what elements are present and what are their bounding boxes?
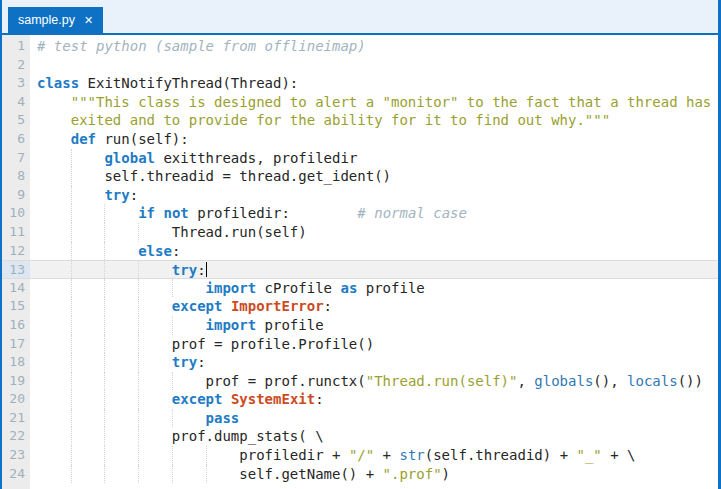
line-content[interactable]: def run(self): [30, 130, 718, 149]
line-number[interactable]: 20 [2, 390, 30, 409]
code-token [37, 94, 71, 110]
indent-guide-line [104, 242, 105, 261]
indent-guide-line [104, 390, 105, 409]
line-content[interactable]: try: [30, 186, 718, 205]
code-token: "/" [349, 447, 374, 463]
code-line[interactable]: 1# test python (sample from offlineimap) [2, 37, 718, 56]
indent-guide-line [104, 465, 105, 484]
line-content[interactable]: import profile [30, 316, 718, 335]
line-number[interactable]: 21 [2, 409, 30, 428]
line-number[interactable]: 1 [2, 37, 30, 56]
code-line[interactable]: 4 """This class is designed to alert a "… [2, 93, 718, 112]
line-number[interactable]: 14 [2, 279, 30, 298]
line-number[interactable]: 6 [2, 130, 30, 149]
line-number[interactable]: 2 [2, 56, 30, 75]
line-content[interactable]: try: [30, 353, 718, 372]
indent-guide-line [172, 446, 173, 465]
indent-guide-line [138, 261, 139, 278]
code-line[interactable]: 19 prof = prof.runctx("Thread.run(self)"… [2, 372, 718, 391]
code-line[interactable]: 5 exited and to provide for the ability … [2, 111, 718, 130]
line-content[interactable]: Thread.run(self) [30, 223, 718, 242]
line-content[interactable]: except ImportError: [30, 297, 718, 316]
line-content[interactable]: exited and to provide for the ability fo… [30, 111, 718, 130]
line-content[interactable] [30, 56, 718, 75]
line-number[interactable]: 8 [2, 167, 30, 186]
code-line[interactable]: 10 if not profiledir: # normal case [2, 204, 718, 223]
line-number[interactable]: 23 [2, 446, 30, 465]
line-content[interactable]: except SystemExit: [30, 390, 718, 409]
indent-guide-line [104, 409, 105, 428]
code-line[interactable]: 22 prof.dump_stats( \ [2, 427, 718, 446]
code-token: str [399, 447, 424, 463]
code-token: cProfile [256, 280, 340, 296]
code-line[interactable]: 21 pass [2, 409, 718, 428]
indent-guide-line [71, 409, 72, 428]
line-number[interactable]: 4 [2, 93, 30, 112]
line-content[interactable]: global exitthreads, profiledir [30, 149, 718, 168]
code-line[interactable]: 14 import cProfile as profile [2, 279, 718, 298]
line-number[interactable]: 12 [2, 242, 30, 261]
code-line[interactable]: 9 try: [2, 186, 718, 205]
code-line[interactable]: 18 try: [2, 353, 718, 372]
line-content[interactable]: prof.dump_stats( \ [30, 427, 718, 446]
code-token [37, 205, 138, 221]
line-number[interactable]: 5 [2, 111, 30, 130]
code-line[interactable]: 6 def run(self): [2, 130, 718, 149]
line-number[interactable]: 24 [2, 465, 30, 484]
line-content[interactable]: prof = prof.runctx("Thread.run(self)", g… [30, 372, 718, 391]
line-number[interactable]: 16 [2, 316, 30, 335]
line-number[interactable]: 11 [2, 223, 30, 242]
code-token: run(self): [96, 131, 189, 147]
line-content[interactable]: class ExitNotifyThread(Thread): [30, 74, 718, 93]
line-content[interactable]: """This class is designed to alert a "mo… [30, 93, 718, 112]
line-content[interactable]: # test python (sample from offlineimap) [30, 37, 718, 56]
line-content[interactable]: if not profiledir: # normal case [30, 204, 718, 223]
line-content[interactable]: pass [30, 409, 718, 428]
code-line[interactable]: 8 self.threadid = thread.get_ident() [2, 167, 718, 186]
code-line[interactable]: 2 [2, 56, 718, 75]
code-token: "Thread.run(self)" [366, 373, 518, 389]
code-line[interactable]: 13 try: [2, 260, 718, 279]
code-token: + \ [602, 447, 636, 463]
code-token: profiledir + [37, 447, 349, 463]
line-number[interactable]: 3 [2, 74, 30, 93]
line-content[interactable]: self.getName() + ".prof") [30, 465, 718, 484]
code-line[interactable]: 23 profiledir + "/" + str(self.threadid)… [2, 446, 718, 465]
code-line[interactable]: 20 except SystemExit: [2, 390, 718, 409]
line-content[interactable]: prof = profile.Profile() [30, 335, 718, 354]
code-line[interactable]: 7 global exitthreads, profiledir [2, 149, 718, 168]
line-content[interactable]: profiledir + "/" + str(self.threadid) + … [30, 446, 718, 465]
code-token: else [138, 243, 172, 259]
code-token [37, 410, 206, 426]
line-content[interactable]: else: [30, 242, 718, 261]
line-content[interactable]: self.threadid = thread.get_ident() [30, 167, 718, 186]
code-line[interactable]: 16 import profile [2, 316, 718, 335]
line-number[interactable]: 7 [2, 149, 30, 168]
indent-guide-line [172, 316, 173, 335]
line-number[interactable]: 9 [2, 186, 30, 205]
close-icon[interactable]: ✕ [84, 15, 93, 26]
line-number[interactable]: 13 [2, 261, 30, 278]
code-token: def [71, 131, 96, 147]
line-number[interactable]: 10 [2, 204, 30, 223]
line-number[interactable]: 22 [2, 427, 30, 446]
code-line[interactable]: 17 prof = profile.Profile() [2, 335, 718, 354]
line-number[interactable]: 19 [2, 372, 30, 391]
indent-guide-line [138, 223, 139, 242]
code-line[interactable]: 24 self.getName() + ".prof") [2, 465, 718, 484]
code-token: as [340, 280, 357, 296]
code-editor[interactable]: 1# test python (sample from offlineimap)… [2, 35, 718, 489]
line-number[interactable]: 17 [2, 335, 30, 354]
code-token: # test python (sample from offlineimap) [37, 38, 366, 54]
line-number[interactable]: 18 [2, 353, 30, 372]
tab-sample-py[interactable]: sample.py ✕ [8, 7, 103, 33]
code-line[interactable]: 15 except ImportError: [2, 297, 718, 316]
code-line[interactable]: 11 Thread.run(self) [2, 223, 718, 242]
line-number[interactable]: 15 [2, 297, 30, 316]
code-token: self.threadid = thread.get_ident() [37, 168, 391, 184]
code-line[interactable]: 3class ExitNotifyThread(Thread): [2, 74, 718, 93]
code-token: : [130, 187, 138, 203]
line-content[interactable]: import cProfile as profile [30, 279, 718, 298]
code-line[interactable]: 12 else: [2, 242, 718, 261]
line-content[interactable]: try: [30, 261, 718, 278]
